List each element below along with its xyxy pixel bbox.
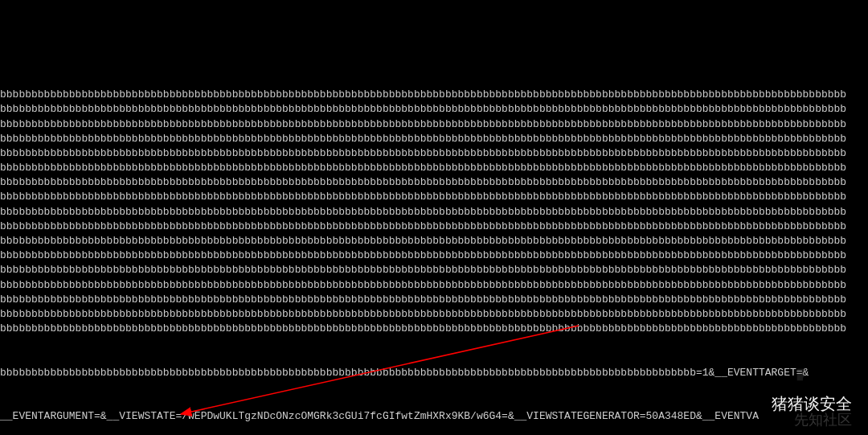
payload-tail-line: bbbbbbbbbbbbbbbbbbbbbbbbbbbbbbbbbbbbbbbb… (0, 366, 868, 380)
payload-filler-line: bbbbbbbbbbbbbbbbbbbbbbbbbbbbbbbbbbbbbbbb… (0, 307, 868, 322)
payload-filler-line: bbbbbbbbbbbbbbbbbbbbbbbbbbbbbbbbbbbbbbbb… (0, 220, 868, 234)
terminal-output: bbbbbbbbbbbbbbbbbbbbbbbbbbbbbbbbbbbbbbbb… (0, 59, 868, 435)
wechat-icon (746, 395, 767, 412)
payload-filler-line: bbbbbbbbbbbbbbbbbbbbbbbbbbbbbbbbbbbbbbbb… (0, 146, 868, 161)
payload-filler-line: bbbbbbbbbbbbbbbbbbbbbbbbbbbbbbbbbbbbbbbb… (0, 175, 868, 190)
payload-filler-line: bbbbbbbbbbbbbbbbbbbbbbbbbbbbbbbbbbbbbbbb… (0, 293, 868, 307)
payload-filler-line: bbbbbbbbbbbbbbbbbbbbbbbbbbbbbbbbbbbbbbbb… (0, 102, 868, 117)
watermark-sub: 先知社区 (786, 306, 852, 430)
payload-filler-block: bbbbbbbbbbbbbbbbbbbbbbbbbbbbbbbbbbbbbbbb… (0, 88, 868, 336)
watermark-sub-text: 先知社区 (794, 412, 852, 428)
payload-filler-line: bbbbbbbbbbbbbbbbbbbbbbbbbbbbbbbbbbbbbbbb… (0, 117, 868, 132)
payload-filler-line: bbbbbbbbbbbbbbbbbbbbbbbbbbbbbbbbbbbbbbbb… (0, 248, 868, 263)
payload-filler-line: bbbbbbbbbbbbbbbbbbbbbbbbbbbbbbbbbbbbbbbb… (0, 88, 868, 102)
payload-filler-line: bbbbbbbbbbbbbbbbbbbbbbbbbbbbbbbbbbbbbbbb… (0, 161, 868, 175)
payload-filler-line: bbbbbbbbbbbbbbbbbbbbbbbbbbbbbbbbbbbbbbbb… (0, 190, 868, 204)
payload-filler-line: bbbbbbbbbbbbbbbbbbbbbbbbbbbbbbbbbbbbbbbb… (0, 132, 868, 146)
payload-filler-line: bbbbbbbbbbbbbbbbbbbbbbbbbbbbbbbbbbbbbbbb… (0, 234, 868, 248)
payload-filler-line: bbbbbbbbbbbbbbbbbbbbbbbbbbbbbbbbbbbbbbbb… (0, 322, 868, 336)
payload-filler-line: bbbbbbbbbbbbbbbbbbbbbbbbbbbbbbbbbbbbbbbb… (0, 263, 868, 277)
payload-viewstate-line: __EVENTARGUMENT=&__VIEWSTATE=/wEPDwUKLTg… (0, 409, 868, 424)
payload-filler-line: bbbbbbbbbbbbbbbbbbbbbbbbbbbbbbbbbbbbbbbb… (0, 205, 868, 220)
xianzhi-icon (794, 326, 812, 343)
payload-filler-line: bbbbbbbbbbbbbbbbbbbbbbbbbbbbbbbbbbbbbbbb… (0, 278, 868, 293)
